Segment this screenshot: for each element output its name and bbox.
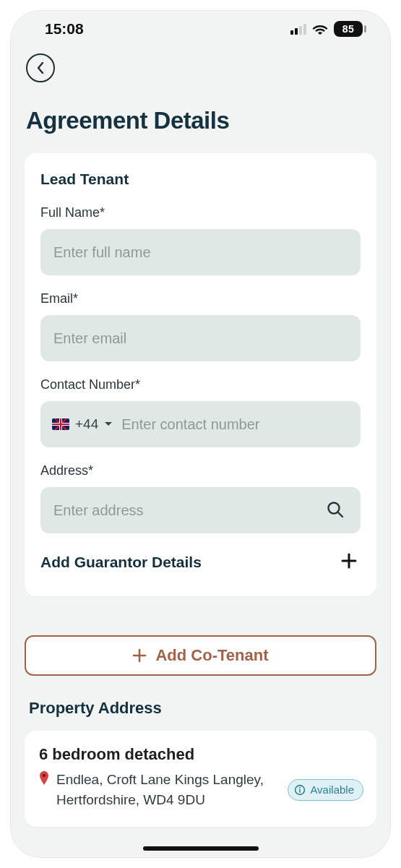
add-co-tenant-label: Add Co-Tenant [155, 646, 268, 665]
country-code-selector[interactable]: +44 [52, 416, 113, 432]
plus-icon [132, 648, 147, 663]
property-address: Endlea, Croft Lane Kings Langley, Hertfo… [39, 770, 277, 809]
availability-badge: Available [288, 779, 363, 801]
svg-point-4 [299, 786, 301, 788]
add-guarantor-button[interactable] [337, 549, 361, 575]
add-guarantor-label: Add Guarantor Details [40, 554, 202, 571]
availability-label: Available [310, 783, 354, 796]
email-input[interactable] [52, 330, 349, 348]
field-address: Address* [40, 463, 361, 533]
country-code-value: +44 [75, 416, 98, 432]
info-icon [294, 784, 306, 796]
field-full-name: Full Name* [40, 205, 361, 275]
svg-point-2 [43, 774, 46, 778]
page-title: Agreement Details [26, 107, 376, 134]
full-name-input[interactable] [52, 244, 349, 262]
property-address-text: Endlea, Croft Lane Kings Langley, Hertfo… [56, 770, 277, 809]
address-input[interactable] [52, 502, 314, 520]
status-indicators: 85 [290, 21, 366, 37]
address-label: Address* [40, 463, 361, 478]
plus-icon [340, 552, 358, 570]
svg-line-1 [338, 512, 342, 517]
battery-level: 85 [342, 23, 355, 35]
back-button[interactable] [26, 53, 55, 82]
field-email: Email* [40, 291, 361, 361]
phone-frame: 15:08 85 Agreement Details Lead Tenant F… [0, 0, 401, 868]
add-co-tenant-button[interactable]: Add Co-Tenant [25, 635, 376, 676]
email-label: Email* [40, 291, 361, 306]
search-icon [326, 500, 345, 519]
battery-icon: 85 [334, 21, 366, 37]
lead-tenant-card: Lead Tenant Full Name* Email* Contact Nu… [25, 153, 376, 596]
status-time: 15:08 [45, 20, 84, 38]
chevron-down-icon [104, 421, 113, 428]
address-search-button[interactable] [322, 496, 349, 525]
property-address-heading: Property Address [29, 699, 376, 718]
chevron-left-icon [35, 61, 46, 74]
contact-number-label: Contact Number* [40, 377, 361, 392]
home-indicator [143, 846, 259, 851]
contact-number-input[interactable] [120, 416, 349, 434]
field-contact-number: Contact Number* +44 [40, 377, 361, 447]
wifi-icon [312, 23, 328, 35]
status-bar: 15:08 85 [10, 10, 391, 43]
add-guarantor-row[interactable]: Add Guarantor Details [40, 549, 361, 575]
cellular-signal-icon [290, 23, 306, 35]
svg-rect-5 [300, 788, 301, 792]
flag-uk-icon [52, 418, 69, 430]
map-pin-icon [39, 771, 49, 809]
full-name-label: Full Name* [40, 205, 361, 220]
lead-tenant-heading: Lead Tenant [40, 171, 361, 188]
property-title: 6 bedroom detached [39, 745, 363, 764]
property-card: 6 bedroom detached Endlea, Croft Lane Ki… [25, 731, 376, 827]
